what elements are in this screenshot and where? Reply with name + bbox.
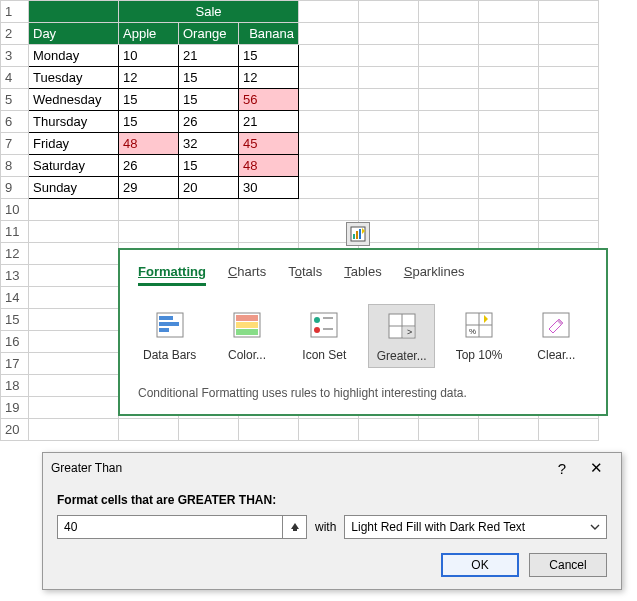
threshold-input[interactable]: [58, 516, 282, 538]
cell[interactable]: [539, 89, 599, 111]
cell[interactable]: [299, 89, 359, 111]
cell[interactable]: [419, 1, 479, 23]
cell[interactable]: [299, 177, 359, 199]
cell[interactable]: [419, 155, 479, 177]
cell-day[interactable]: Wednesday: [29, 89, 119, 111]
col-apple[interactable]: Apple: [119, 23, 179, 45]
cell-orange[interactable]: 26: [179, 111, 239, 133]
cell[interactable]: [179, 221, 239, 243]
col-banana[interactable]: Banana: [239, 23, 299, 45]
cell[interactable]: [479, 133, 539, 155]
cell[interactable]: [239, 199, 299, 221]
cell[interactable]: [419, 221, 479, 243]
row-header[interactable]: 20: [1, 419, 29, 441]
cell-banana[interactable]: 12: [239, 67, 299, 89]
cell[interactable]: [299, 419, 359, 441]
cell-day[interactable]: Saturday: [29, 155, 119, 177]
cell-day[interactable]: Sunday: [29, 177, 119, 199]
row-header[interactable]: 15: [1, 309, 29, 331]
cell[interactable]: [419, 89, 479, 111]
cell-apple[interactable]: 29: [119, 177, 179, 199]
cell[interactable]: [419, 45, 479, 67]
cell[interactable]: [539, 177, 599, 199]
cell-apple[interactable]: 48: [119, 133, 179, 155]
tab-charts[interactable]: Charts: [228, 264, 266, 286]
cell-apple[interactable]: 26: [119, 155, 179, 177]
cell[interactable]: [299, 155, 359, 177]
row-header[interactable]: 18: [1, 375, 29, 397]
cell[interactable]: [419, 111, 479, 133]
cell[interactable]: [419, 133, 479, 155]
row-header[interactable]: 12: [1, 243, 29, 265]
cell[interactable]: [299, 45, 359, 67]
row-header[interactable]: 14: [1, 287, 29, 309]
quick-analysis-button[interactable]: [346, 222, 370, 246]
cell[interactable]: [29, 353, 119, 375]
row-header[interactable]: 19: [1, 397, 29, 419]
cell-apple[interactable]: 12: [119, 67, 179, 89]
cell[interactable]: [479, 419, 539, 441]
cell[interactable]: [539, 23, 599, 45]
cell[interactable]: [299, 67, 359, 89]
cell[interactable]: [419, 23, 479, 45]
cell[interactable]: [299, 199, 359, 221]
cell[interactable]: [479, 199, 539, 221]
cell-day[interactable]: Tuesday: [29, 67, 119, 89]
cell[interactable]: [29, 331, 119, 353]
cell[interactable]: [419, 199, 479, 221]
cell[interactable]: [359, 111, 419, 133]
sale-header[interactable]: Sale: [119, 1, 299, 23]
cell[interactable]: [419, 67, 479, 89]
cell[interactable]: [479, 111, 539, 133]
cell[interactable]: [29, 243, 119, 265]
cell[interactable]: [479, 221, 539, 243]
row-header[interactable]: 4: [1, 67, 29, 89]
row-header[interactable]: 1: [1, 1, 29, 23]
cell[interactable]: [479, 89, 539, 111]
cell[interactable]: [239, 221, 299, 243]
cell[interactable]: [29, 1, 119, 23]
row-header[interactable]: 10: [1, 199, 29, 221]
cell[interactable]: [359, 419, 419, 441]
cell[interactable]: [29, 397, 119, 419]
cell[interactable]: [179, 199, 239, 221]
row-header[interactable]: 2: [1, 23, 29, 45]
cell-apple[interactable]: 15: [119, 89, 179, 111]
cell[interactable]: [539, 419, 599, 441]
cell-apple[interactable]: 15: [119, 111, 179, 133]
cell[interactable]: [29, 221, 119, 243]
ok-button[interactable]: OK: [441, 553, 519, 577]
cell[interactable]: [359, 67, 419, 89]
tab-formatting[interactable]: Formatting: [138, 264, 206, 286]
cell[interactable]: [299, 111, 359, 133]
cell-orange[interactable]: 20: [179, 177, 239, 199]
qa-item-color[interactable]: Color...: [213, 304, 280, 368]
cell[interactable]: [539, 45, 599, 67]
cell[interactable]: [359, 45, 419, 67]
cell[interactable]: [479, 155, 539, 177]
qa-item-greater[interactable]: > Greater...: [368, 304, 435, 368]
row-header[interactable]: 9: [1, 177, 29, 199]
cell[interactable]: [359, 133, 419, 155]
range-picker-button[interactable]: [282, 516, 306, 538]
cell-day[interactable]: Monday: [29, 45, 119, 67]
row-header[interactable]: 7: [1, 133, 29, 155]
cell[interactable]: [119, 221, 179, 243]
cell[interactable]: [359, 177, 419, 199]
cell[interactable]: [359, 23, 419, 45]
cell[interactable]: [29, 265, 119, 287]
cell[interactable]: [539, 1, 599, 23]
row-header[interactable]: 6: [1, 111, 29, 133]
col-day[interactable]: Day: [29, 23, 119, 45]
dialog-help-button[interactable]: ?: [545, 460, 579, 477]
tab-sparklines[interactable]: Sparklines: [404, 264, 465, 286]
cell[interactable]: [539, 67, 599, 89]
cell-apple[interactable]: 10: [119, 45, 179, 67]
cell-banana[interactable]: 30: [239, 177, 299, 199]
cell[interactable]: [299, 133, 359, 155]
cell[interactable]: [539, 133, 599, 155]
cell[interactable]: [359, 155, 419, 177]
row-header[interactable]: 16: [1, 331, 29, 353]
cell-banana[interactable]: 56: [239, 89, 299, 111]
cell[interactable]: [29, 309, 119, 331]
